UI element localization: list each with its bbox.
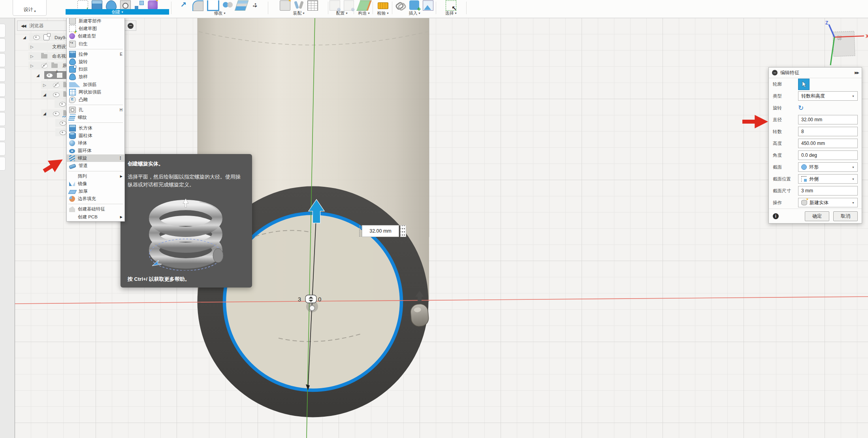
menu-item-label: 扫掠 bbox=[79, 66, 88, 72]
minus-circle-icon[interactable]: – bbox=[772, 70, 778, 75]
visibility-eye-icon[interactable] bbox=[60, 130, 66, 135]
bom-icon[interactable] bbox=[307, 0, 318, 11]
toolbar-group-label[interactable]: 选择▾ bbox=[437, 10, 465, 16]
measure-icon[interactable] bbox=[378, 2, 388, 9]
截面位置-dropdown[interactable]: 外侧▼ bbox=[798, 174, 858, 184]
visibility-eye-icon[interactable] bbox=[46, 73, 53, 78]
menu-item-derive[interactable]: 衍生 bbox=[67, 40, 124, 48]
offset-plane-icon[interactable] bbox=[235, 0, 249, 11]
menu-item-rib[interactable]: 加强筋 bbox=[67, 81, 124, 88]
menu-item-web[interactable]: 网状加强筋 bbox=[67, 88, 124, 96]
expander-open-icon[interactable]: ◢ bbox=[23, 35, 26, 39]
menu-item-boundary-fill[interactable]: 边界填充 bbox=[67, 195, 124, 203]
截面-dropdown[interactable]: 环形▼ bbox=[798, 162, 858, 172]
menu-item-extrude[interactable]: 拉伸E bbox=[67, 51, 124, 58]
menu-item-torus[interactable]: 圆环体 bbox=[67, 147, 124, 154]
menu-item-create-form[interactable]: 创建造型 bbox=[67, 32, 124, 40]
toolbar-group-label[interactable]: 插入▾ bbox=[393, 10, 436, 16]
insert-mesh-icon[interactable] bbox=[409, 0, 419, 10]
expand-right-icon[interactable]: ▶▶ bbox=[855, 71, 859, 75]
configuration-icon[interactable] bbox=[330, 0, 340, 11]
visibility-eye-icon[interactable] bbox=[33, 35, 40, 40]
直径-input[interactable]: 32.00 mm bbox=[798, 115, 858, 124]
config-table-icon[interactable] bbox=[344, 0, 354, 11]
menu-item-loft[interactable]: 放样 bbox=[67, 73, 124, 81]
toolbar-group-label[interactable]: 检验▾ bbox=[374, 10, 392, 16]
view-cube[interactable]: 前 X Z Y bbox=[824, 20, 868, 75]
menu-item-pipe[interactable]: 管道 bbox=[67, 162, 124, 169]
insert-link-icon[interactable] bbox=[396, 0, 406, 10]
menu-item-thread[interactable]: 螺纹 bbox=[67, 114, 124, 121]
collapse-left-icon[interactable]: ◀◀ bbox=[21, 24, 25, 28]
menu-item-sweep[interactable]: 扫掠 bbox=[67, 66, 124, 73]
create-form-icon[interactable] bbox=[148, 0, 158, 10]
menu-item-mirror[interactable]: 镜像 bbox=[67, 180, 124, 188]
field-label: 操作 bbox=[773, 200, 798, 206]
move-icon[interactable] bbox=[250, 0, 260, 10]
转数-input[interactable]: 8 bbox=[798, 127, 858, 136]
高度-input[interactable]: 450.00 mm bbox=[798, 139, 858, 148]
menu-item-coil[interactable]: 螺旋⋮ bbox=[67, 154, 124, 162]
expander-closed-icon[interactable]: ▷ bbox=[30, 54, 34, 58]
visibility-off-icon[interactable] bbox=[53, 83, 60, 88]
expander-open-icon[interactable]: ◢ bbox=[36, 73, 40, 77]
rib-icon bbox=[69, 82, 80, 87]
press-pull-icon[interactable] bbox=[179, 0, 189, 10]
edit-panel-titlebar[interactable]: – 编辑特征 ▶▶ bbox=[769, 68, 862, 78]
类型-dropdown[interactable]: 转数和高度▼ bbox=[798, 91, 858, 101]
menu-item-plain[interactable]: 阵列▶ bbox=[67, 173, 124, 180]
menu-item-cylinder[interactable]: 圆柱体 bbox=[67, 132, 124, 139]
角度-input[interactable]: 0.0 deg bbox=[798, 150, 858, 160]
two-point-box-icon[interactable] bbox=[134, 0, 144, 10]
construct-plane-icon[interactable] bbox=[356, 0, 371, 11]
toolbar-group-label[interactable]: 构造▾ bbox=[355, 10, 373, 16]
menu-item-label: 创建草图 bbox=[79, 26, 97, 32]
select-cursor-icon[interactable] bbox=[446, 0, 456, 11]
ok-button[interactable]: 确定 bbox=[805, 211, 829, 221]
canvas-icon[interactable] bbox=[423, 0, 433, 11]
toolbar-group-7: 插入▾ bbox=[393, 0, 436, 18]
new-component-icon[interactable] bbox=[280, 0, 290, 11]
visibility-eye-icon[interactable] bbox=[53, 111, 60, 116]
info-icon[interactable]: i bbox=[773, 213, 779, 219]
menu-item-box[interactable]: 长方体 bbox=[67, 124, 124, 132]
menu-item-base-feature[interactable]: 创建基础特征 bbox=[67, 205, 124, 213]
visibility-eye-icon[interactable] bbox=[53, 92, 60, 97]
expander-closed-icon[interactable]: ▷ bbox=[30, 64, 34, 68]
visibility-eye-icon[interactable] bbox=[59, 102, 66, 107]
menu-item-thicken[interactable]: 加厚 bbox=[67, 188, 124, 195]
design-workspace-tab[interactable]: 设计▾ bbox=[13, 0, 47, 16]
截面尺寸-input[interactable]: 3 mm bbox=[798, 186, 858, 196]
profile-select-button[interactable] bbox=[798, 79, 810, 90]
menu-item-revolve[interactable]: 旋转 bbox=[67, 58, 124, 66]
minus-circle-icon[interactable]: – bbox=[128, 23, 134, 29]
rotate-icon[interactable]: ↻ bbox=[798, 104, 804, 112]
toolbar-group-label[interactable]: 配置▾ bbox=[330, 10, 354, 16]
fillet-icon[interactable] bbox=[192, 0, 203, 11]
menu-item-label: 网状加强筋 bbox=[79, 89, 102, 95]
menu-item-hole[interactable]: 孔H bbox=[67, 106, 124, 114]
expander-open-icon[interactable]: ◢ bbox=[43, 92, 46, 97]
visibility-eye-icon[interactable] bbox=[60, 121, 66, 126]
diameter-dimension-input[interactable]: 32.00 mm bbox=[362, 225, 399, 237]
操作-dropdown[interactable]: 新建实体▼ bbox=[798, 198, 858, 207]
menu-item-emboss[interactable]: 凸雕 bbox=[67, 96, 124, 103]
dimension-drag-handle[interactable] bbox=[400, 225, 406, 237]
visibility-off-icon[interactable] bbox=[41, 64, 48, 68]
edit-panel-row-8: 截面环形▼ bbox=[769, 161, 862, 173]
menu-item-sphere[interactable]: 球体 bbox=[67, 139, 124, 147]
expander-closed-icon[interactable]: ▷ bbox=[43, 83, 46, 87]
expander-closed-icon[interactable]: ▷ bbox=[30, 45, 34, 49]
toolbar-group-label[interactable]: 装配▾ bbox=[269, 10, 328, 16]
menu-item-plain[interactable]: 创建 PCB▶ bbox=[67, 213, 124, 221]
shell-icon[interactable] bbox=[207, 0, 219, 11]
cancel-button[interactable]: 取消 bbox=[833, 211, 858, 221]
combine-icon[interactable] bbox=[223, 0, 233, 10]
toolbar-group-label[interactable]: 创建▾ bbox=[66, 9, 169, 15]
expander-open-icon[interactable]: ◢ bbox=[43, 111, 46, 116]
joint-icon[interactable] bbox=[294, 0, 304, 10]
menu-item-new-component[interactable]: 新建零部件 bbox=[67, 17, 124, 25]
menu-separator bbox=[68, 49, 123, 49]
overflow-dots-icon[interactable]: ⋮ bbox=[118, 156, 122, 161]
toolbar-group-label[interactable]: 修改▾ bbox=[173, 10, 267, 16]
